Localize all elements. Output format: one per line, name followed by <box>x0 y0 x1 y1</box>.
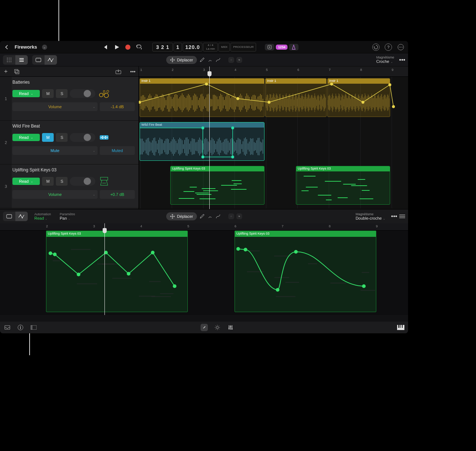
editor-area[interactable]: 23456789 Uplifting Spirit Keys 03 Uplift… <box>0 223 408 315</box>
tuner-button[interactable] <box>265 44 274 50</box>
brightness-icon[interactable] <box>214 324 221 331</box>
pan-knob[interactable] <box>70 89 95 98</box>
solo-button[interactable]: S <box>56 133 68 142</box>
automation-mode-button[interactable]: Read⌄ <box>12 134 40 141</box>
info-icon[interactable] <box>17 324 24 331</box>
inbox-icon[interactable] <box>4 324 11 331</box>
track-header[interactable]: 2 Wild Fire Beat Read⌄ M S Mute⌄ Muted <box>0 121 138 164</box>
automation-param-select[interactable]: Mute⌄ <box>12 146 98 155</box>
editor-loop-icon[interactable] <box>228 213 234 219</box>
grid-view-icon[interactable] <box>3 55 15 65</box>
editor-curve-icon[interactable] <box>215 213 221 219</box>
pan-knob[interactable] <box>70 133 95 142</box>
track-more-icon[interactable]: ••• <box>130 69 136 75</box>
add-track-button[interactable]: ＋ <box>3 68 9 75</box>
solo-button[interactable]: S <box>56 177 68 186</box>
list-view-icon[interactable] <box>15 55 28 65</box>
track-instrument-icon[interactable] <box>98 131 111 144</box>
cycle-button[interactable] <box>136 44 142 50</box>
undo-history-button[interactable] <box>372 43 380 51</box>
record-button[interactable] <box>125 45 130 50</box>
playhead[interactable] <box>209 67 210 209</box>
editor-playhead[interactable] <box>104 223 105 315</box>
automation-mode-button[interactable]: Read⌄ <box>12 178 40 185</box>
mute-button[interactable]: M <box>42 133 54 142</box>
project-title[interactable]: Fireworks <box>15 44 37 50</box>
edit-mode-icon[interactable] <box>201 324 208 331</box>
automation-param-select[interactable]: Volume⌄ <box>12 102 98 111</box>
region[interactable]: Instr 1 <box>265 78 327 117</box>
loop-tool-icon[interactable] <box>228 57 234 63</box>
editor-ruler[interactable]: 23456789 <box>0 223 408 231</box>
toolbar-more-icon[interactable]: ••• <box>399 57 405 63</box>
project-menu-icon[interactable]: ⌄ <box>42 45 47 50</box>
track-name[interactable]: Uplifting Spirit Keys 03 <box>12 167 135 173</box>
automation-mode-button[interactable]: Read⌄ <box>12 90 40 97</box>
svg-rect-56 <box>399 216 405 217</box>
editor-region[interactable]: Uplifting Spirit Keys 03 <box>46 231 188 312</box>
track-name[interactable]: Batteries <box>12 80 135 85</box>
play-button[interactable] <box>114 44 120 50</box>
editor-move-tool[interactable]: Déplacer <box>166 212 197 220</box>
snap-control[interactable]: Magnétisme Croche ⌄ <box>376 56 394 64</box>
editor-lines-icon[interactable] <box>399 213 405 219</box>
automation-value[interactable]: Muted <box>100 146 135 155</box>
help-button[interactable]: ? <box>385 43 392 51</box>
track-name[interactable]: Wild Fire Beat <box>12 124 135 129</box>
editor-automation-view-icon[interactable] <box>15 212 28 221</box>
svg-rect-77 <box>230 325 231 330</box>
mute-button[interactable]: M <box>42 177 54 186</box>
region[interactable]: Uplifting Spirit Keys 03 <box>296 166 390 205</box>
region[interactable]: Uplifting Spirit Keys 03 <box>170 166 264 205</box>
editor-region[interactable]: Uplifting Spirit Keys 03 <box>235 231 376 312</box>
editor-pencil-icon[interactable] <box>199 213 205 219</box>
sidebar-icon[interactable] <box>30 324 37 331</box>
brush-tool-icon[interactable] <box>207 57 213 63</box>
lcd-display[interactable]: 3 2 1 1 120.0 4 / 4 La min MIDI PROCESSE… <box>152 43 256 52</box>
track-lane[interactable]: Uplifting Spirit Keys 03 Uplifting Spiri… <box>139 164 408 208</box>
automation-value[interactable]: +0.7 dB <box>100 190 135 199</box>
region[interactable]: Instr 1 <box>140 78 264 117</box>
region[interactable]: Wild Fire Beat <box>140 122 264 161</box>
center-tools: Déplacer <box>166 56 242 64</box>
curve-tool-icon[interactable] <box>215 57 221 63</box>
mixer-icon[interactable] <box>227 324 234 331</box>
automation-value[interactable]: -1.4 dB <box>100 102 135 111</box>
track-header[interactable]: 3 Uplifting Spirit Keys 03 Read⌄ M S Vol… <box>0 164 138 208</box>
region[interactable]: Instr 1 <box>327 78 390 117</box>
editor-copy-icon[interactable] <box>236 213 242 219</box>
editor-region-view-icon[interactable] <box>3 212 15 221</box>
track-lane[interactable]: Wild Fire Beat <box>139 121 408 164</box>
solo-button[interactable]: S <box>56 89 68 98</box>
region-view-icon[interactable] <box>32 55 45 65</box>
track-instrument-icon[interactable] <box>98 175 111 188</box>
editor-more-icon[interactable]: ••• <box>391 213 397 219</box>
svg-point-5 <box>7 58 8 58</box>
editor-brush-icon[interactable] <box>207 213 213 219</box>
track-instrument-icon[interactable] <box>98 87 111 100</box>
editor-snap-control[interactable]: Magnétisme Double-croche ⌄ <box>355 212 385 221</box>
editor-automation-mode[interactable]: Automation Read ⌄ <box>34 212 51 220</box>
more-button[interactable] <box>397 43 404 51</box>
mute-button[interactable]: M <box>42 89 54 98</box>
svg-point-11 <box>7 61 8 62</box>
copy-tool-icon[interactable] <box>236 57 242 63</box>
pan-knob[interactable] <box>70 177 95 186</box>
piano-icon[interactable] <box>397 324 404 331</box>
import-icon[interactable] <box>115 69 121 74</box>
track-header[interactable]: 1 Batteries Read⌄ M S Volume⌄ -1.4 dB <box>0 77 138 121</box>
arrange-timeline[interactable]: 123456789 Instr 1 Instr 1 Instr 1 Wild F… <box>139 67 408 209</box>
metronome-button[interactable] <box>289 44 298 50</box>
track-lane[interactable]: Instr 1 Instr 1 Instr 1 <box>139 77 408 121</box>
timeline-ruler[interactable]: 123456789 <box>139 67 408 77</box>
count-in-badge[interactable]: 1234 <box>276 45 287 50</box>
track-stack-icon[interactable] <box>14 69 20 75</box>
svg-rect-76 <box>229 325 229 330</box>
automation-view-icon[interactable] <box>45 55 57 65</box>
pencil-tool-icon[interactable] <box>199 57 205 63</box>
automation-param-select[interactable]: Volume⌄ <box>12 190 98 199</box>
editor-param-select[interactable]: Paramètre Pan ⌄ <box>60 212 75 220</box>
back-button[interactable] <box>4 44 10 50</box>
rewind-button[interactable] <box>102 44 108 50</box>
move-tool[interactable]: Déplacer <box>166 56 197 64</box>
